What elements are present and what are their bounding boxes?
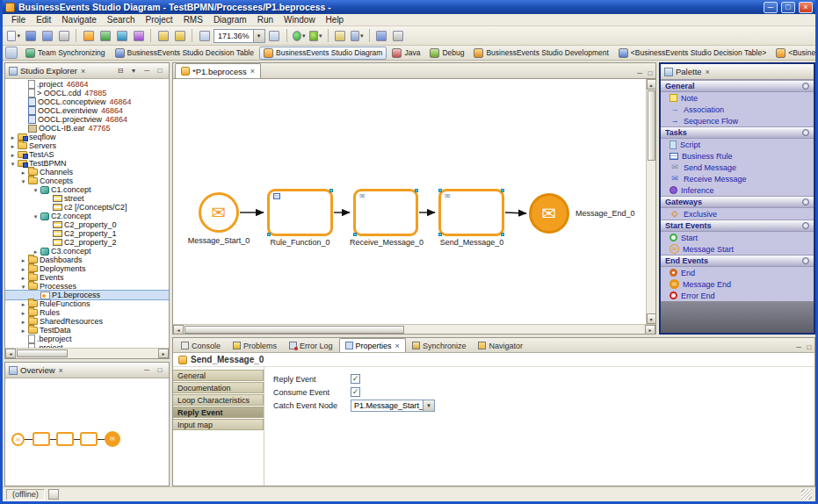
bpmn-task-receive-message[interactable]: ✉ <box>353 189 418 236</box>
close-view-icon[interactable]: × <box>81 67 85 76</box>
palette-item-note[interactable]: Note <box>661 92 814 104</box>
minimize-view-icon[interactable]: ─ <box>793 342 804 352</box>
tree-item[interactable]: .beproject <box>5 335 169 343</box>
debug-button[interactable]: ▾ <box>308 28 323 43</box>
expand-icon[interactable] <box>32 248 40 255</box>
tree-item[interactable]: C2_property_0 <box>5 220 169 229</box>
tree-item[interactable]: OOCL.projectview46864 <box>5 115 169 124</box>
tree-item[interactable]: OOCL-IB.ear47765 <box>5 124 169 133</box>
bpmn-message-start-event[interactable] <box>199 192 239 233</box>
scroll-left-icon[interactable]: ◂ <box>5 349 16 358</box>
palette-item-message-start[interactable]: Message Start <box>661 243 814 255</box>
editor-tab-p1-beprocess[interactable]: *P1.beprocess × <box>175 63 261 78</box>
bpmn-task-rule-function[interactable] <box>267 189 333 236</box>
menu-help[interactable]: Help <box>321 15 350 25</box>
palette-item-exclusive[interactable]: Exclusive <box>661 208 814 220</box>
expand-icon[interactable] <box>19 319 27 325</box>
tree-item[interactable]: C1.concept <box>5 185 169 194</box>
open-perspective-icon[interactable] <box>5 47 18 59</box>
perspective-studio-diagram-alt[interactable]: <BusinessEvents Studio Diagram> <box>771 47 815 60</box>
editor-horizontal-scrollbar[interactable]: ◂ ▸ <box>173 324 655 334</box>
pin-icon[interactable] <box>802 222 809 229</box>
tab-problems[interactable]: Problems <box>227 338 283 352</box>
search-button[interactable] <box>333 28 348 43</box>
tree-item[interactable]: street <box>5 194 169 203</box>
maximize-editor-icon[interactable]: □ <box>645 68 655 78</box>
catch-event-node-select[interactable]: P1.Message_Start_0 ▾ <box>351 400 435 412</box>
maximize-window-button[interactable]: □ <box>781 2 795 13</box>
collapse-icon[interactable] <box>32 187 40 193</box>
explorer-horizontal-scrollbar[interactable]: ◂ ▸ <box>5 348 169 358</box>
collapse-icon[interactable] <box>19 284 27 290</box>
dropdown-arrow-icon[interactable]: ▾ <box>423 400 434 411</box>
scrollbar-thumb[interactable] <box>648 90 655 161</box>
reply-event-checkbox[interactable] <box>351 374 360 384</box>
perspective-java[interactable]: Java <box>387 47 424 60</box>
tab-properties[interactable]: Properties× <box>339 338 406 352</box>
palette-drawer-general[interactable]: General <box>661 80 814 92</box>
collapse-icon[interactable] <box>9 161 17 167</box>
pin-icon[interactable] <box>802 129 809 136</box>
expand-icon[interactable] <box>9 134 17 140</box>
minimize-editor-icon[interactable]: ─ <box>634 68 645 78</box>
palette-item-message-end[interactable]: Message End <box>661 278 814 290</box>
be-diagram-button[interactable] <box>98 28 112 43</box>
zoom-dropdown-icon[interactable]: ▾ <box>253 30 264 42</box>
tree-item[interactable]: OOCL.eventview46864 <box>5 106 169 115</box>
tree-item[interactable]: TestData <box>5 326 169 335</box>
tab-synchronize[interactable]: Synchronize <box>406 338 473 352</box>
perspective-studio-diagram[interactable]: BusinessEvents Studio Diagram <box>259 47 387 60</box>
close-tab-icon[interactable]: × <box>250 67 255 76</box>
expand-icon[interactable] <box>19 257 27 263</box>
selection-handle[interactable] <box>501 233 504 236</box>
tree-item[interactable]: .project46864 <box>5 80 169 89</box>
redo-button[interactable] <box>172 28 187 43</box>
zoom-out-button[interactable] <box>197 28 212 43</box>
maximize-view-icon[interactable]: □ <box>155 365 165 376</box>
editor-vertical-scrollbar[interactable]: ▴ ▾ <box>646 79 655 324</box>
expand-icon[interactable] <box>9 152 17 158</box>
tree-item[interactable]: C2_property_1 <box>5 229 169 238</box>
tree-item[interactable]: TestAS <box>5 150 169 159</box>
palette-item-sequence-flow[interactable]: Sequence Flow <box>661 115 814 126</box>
selection-handle[interactable] <box>438 189 442 192</box>
minimize-window-button[interactable]: ─ <box>764 2 778 13</box>
perspective-decision-table-alt[interactable]: <BusinessEvents Studio Decision Table> <box>614 47 771 60</box>
be-build-button[interactable] <box>114 28 129 43</box>
scrollbar-thumb[interactable] <box>185 326 404 334</box>
expand-icon[interactable] <box>19 328 27 334</box>
perspective-studio-development[interactable]: BusinessEvents Studio Development <box>469 47 612 60</box>
tree-item[interactable]: seqflow <box>5 133 169 141</box>
palette-item-script[interactable]: Script <box>661 139 814 150</box>
tree-item[interactable]: > OOCL.cdd47885 <box>5 89 169 97</box>
pin-icon[interactable] <box>802 257 809 264</box>
menu-file[interactable]: File <box>6 15 31 25</box>
palette-item-start[interactable]: Start <box>661 232 814 243</box>
perspective-team-synchronizing[interactable]: Team Synchronizing <box>21 47 110 60</box>
bpmn-task-send-message-selected[interactable]: ✉ <box>438 189 504 236</box>
scroll-right-icon[interactable]: ▸ <box>158 349 169 358</box>
run-button[interactable]: ▾ <box>292 28 307 43</box>
close-view-icon[interactable]: × <box>59 366 63 375</box>
properties-nav-input-map[interactable]: Input map <box>173 419 264 430</box>
menu-project[interactable]: Project <box>141 15 178 25</box>
print-button[interactable] <box>56 28 71 43</box>
properties-nav-reply-event[interactable]: Reply Event <box>173 407 264 418</box>
close-tab-icon[interactable]: × <box>395 342 400 350</box>
palette-drawer-gateways[interactable]: Gateways <box>661 196 814 208</box>
palette-drawer-tasks[interactable]: Tasks <box>661 126 814 139</box>
palette-drawer-start-events[interactable]: Start Events <box>661 220 814 232</box>
save-button[interactable] <box>23 28 38 43</box>
bpmn-message-end-event[interactable] <box>529 193 569 234</box>
scroll-up-icon[interactable]: ▴ <box>647 79 656 90</box>
palette-item-receive-message[interactable]: Receive Message <box>661 173 814 184</box>
tree-item[interactable]: C2.concept <box>5 212 169 220</box>
menu-search[interactable]: Search <box>102 15 141 25</box>
sync-status-icon[interactable] <box>48 489 59 500</box>
zoom-combo[interactable]: 171.36% ▾ <box>214 29 265 43</box>
expand-icon[interactable] <box>19 301 27 307</box>
expand-icon[interactable] <box>19 275 27 281</box>
be-deploy-button[interactable] <box>131 28 146 43</box>
maximize-view-icon[interactable]: □ <box>155 66 165 76</box>
zoom-in-button[interactable] <box>267 28 282 43</box>
